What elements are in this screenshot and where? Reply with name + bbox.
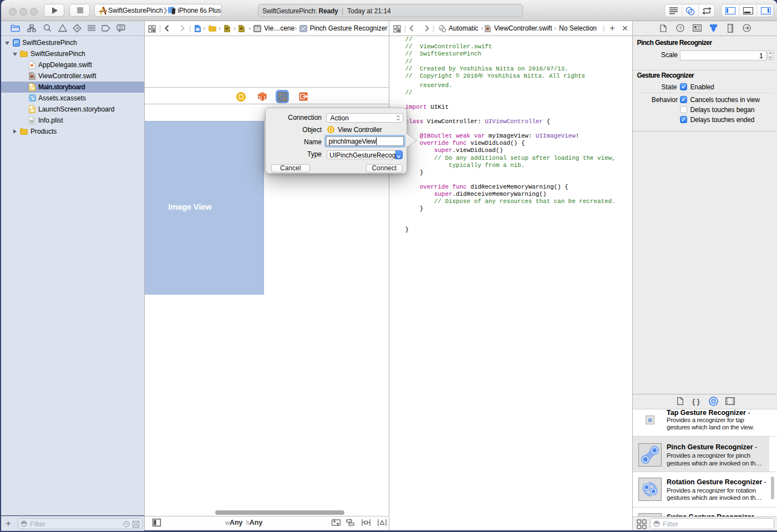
svg-text:?: ? bbox=[679, 26, 682, 31]
